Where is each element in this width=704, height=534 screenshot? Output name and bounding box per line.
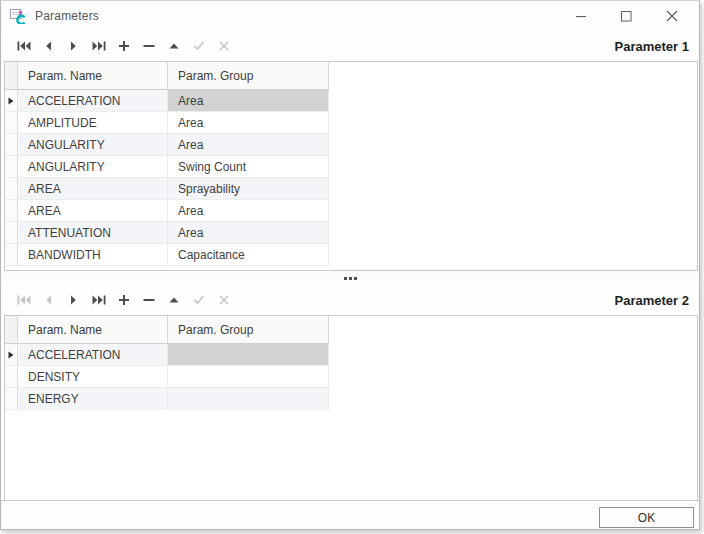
grid-cell[interactable]: ACCELERATION xyxy=(18,90,168,112)
table-row[interactable]: AREAArea xyxy=(5,200,697,222)
nav-last-button[interactable] xyxy=(86,288,111,312)
parameters-dialog: Parameters Parameter 1 Param. NameParam.… xyxy=(0,0,700,530)
grip-dots-icon xyxy=(344,277,357,280)
column-header[interactable]: Param. Name xyxy=(18,316,168,344)
navigator-buttons xyxy=(11,288,236,312)
nav-first-button xyxy=(11,288,36,312)
table-row[interactable]: ANGULARITYSwing Count xyxy=(5,156,697,178)
table-row[interactable]: DENSITY xyxy=(5,366,697,388)
current-row-indicator-icon xyxy=(8,351,14,359)
grid-cell[interactable]: Capacitance xyxy=(168,244,329,266)
footer-panel: OK xyxy=(1,500,699,529)
row-indicator-cell xyxy=(5,90,18,112)
column-header[interactable]: Param. Name xyxy=(18,62,168,90)
nav-edit-button[interactable] xyxy=(161,34,186,58)
navigator-toolbar-parameter1: Parameter 1 xyxy=(2,32,698,60)
grid-cell[interactable]: Sprayability xyxy=(168,178,329,200)
navigator-buttons xyxy=(11,34,236,58)
column-header[interactable]: Param. Group xyxy=(168,316,329,344)
grid-cell[interactable] xyxy=(168,388,329,410)
minimize-button[interactable] xyxy=(559,1,604,31)
grid-cell[interactable]: ATTENUATION xyxy=(18,222,168,244)
grid-cell[interactable]: Area xyxy=(168,134,329,156)
grid-cell[interactable]: DENSITY xyxy=(18,366,168,388)
row-indicator-cell xyxy=(5,178,18,200)
row-indicator-cell xyxy=(5,344,18,366)
grid-cell[interactable]: AMPLITUDE xyxy=(18,112,168,134)
section-label-parameter2: Parameter 2 xyxy=(615,293,689,308)
nav-cancel-button xyxy=(211,34,236,58)
nav-edit-button[interactable] xyxy=(161,288,186,312)
nav-post-button xyxy=(186,288,211,312)
grid-cell[interactable]: Swing Count xyxy=(168,156,329,178)
nav-first-button[interactable] xyxy=(11,34,36,58)
nav-next-button[interactable] xyxy=(61,34,86,58)
parameter1-grid: Param. NameParam. GroupACCELERATIONAreaA… xyxy=(4,61,698,271)
row-indicator-cell xyxy=(5,134,18,156)
table-row[interactable]: ENERGY xyxy=(5,388,697,410)
close-icon xyxy=(666,10,678,22)
section-label-parameter1: Parameter 1 xyxy=(615,39,689,54)
nav-next-button[interactable] xyxy=(61,288,86,312)
column-header[interactable]: Param. Group xyxy=(168,62,329,90)
nav-prior-button xyxy=(36,288,61,312)
grid-cell[interactable]: AREA xyxy=(18,200,168,222)
indicator-header-cell xyxy=(5,62,18,90)
app-icon xyxy=(10,8,26,24)
grid-cell[interactable]: ANGULARITY xyxy=(18,134,168,156)
row-indicator-cell xyxy=(5,156,18,178)
indicator-header-cell xyxy=(5,316,18,344)
row-indicator-cell xyxy=(5,244,18,266)
row-indicator-cell xyxy=(5,366,18,388)
titlebar[interactable]: Parameters xyxy=(1,1,699,31)
navigator-toolbar-parameter2: Parameter 2 xyxy=(2,286,698,314)
table-row[interactable]: ACCELERATIONArea xyxy=(5,90,697,112)
nav-insert-button[interactable] xyxy=(111,34,136,58)
grid-cell[interactable]: Area xyxy=(168,200,329,222)
splitter[interactable] xyxy=(2,271,698,286)
nav-delete-button[interactable] xyxy=(136,34,161,58)
current-row-indicator-icon xyxy=(8,97,14,105)
table-row[interactable]: ANGULARITYArea xyxy=(5,134,697,156)
grid-header-row: Param. NameParam. Group xyxy=(5,62,697,90)
grid-cell[interactable]: BANDWIDTH xyxy=(18,244,168,266)
grid-cell[interactable]: Area xyxy=(168,90,329,112)
row-indicator-cell xyxy=(5,200,18,222)
table-row[interactable]: AREASprayability xyxy=(5,178,697,200)
ok-button[interactable]: OK xyxy=(599,507,694,528)
grid-cell[interactable]: ACCELERATION xyxy=(18,344,168,366)
close-button[interactable] xyxy=(649,1,694,31)
nav-insert-button[interactable] xyxy=(111,288,136,312)
nav-prior-button[interactable] xyxy=(36,34,61,58)
table-row[interactable]: ACCELERATION xyxy=(5,344,697,366)
table-row[interactable]: AMPLITUDEArea xyxy=(5,112,697,134)
window-controls xyxy=(559,1,694,31)
maximize-button[interactable] xyxy=(604,1,649,31)
row-indicator-cell xyxy=(5,388,18,410)
row-indicator-cell xyxy=(5,222,18,244)
grid-cell[interactable] xyxy=(168,366,329,388)
nav-last-button[interactable] xyxy=(86,34,111,58)
nav-cancel-button xyxy=(211,288,236,312)
table-row[interactable]: BANDWIDTHCapacitance xyxy=(5,244,697,266)
window-title: Parameters xyxy=(35,9,99,23)
parameter2-grid: Param. NameParam. GroupACCELERATIONDENSI… xyxy=(4,315,698,501)
grid-cell[interactable]: Area xyxy=(168,222,329,244)
grid-cell[interactable]: Area xyxy=(168,112,329,134)
grid-header-row: Param. NameParam. Group xyxy=(5,316,697,344)
nav-delete-button[interactable] xyxy=(136,288,161,312)
minimize-icon xyxy=(576,11,587,22)
grid-cell[interactable] xyxy=(168,344,329,366)
table-row[interactable]: ATTENUATIONArea xyxy=(5,222,697,244)
grid-cell[interactable]: AREA xyxy=(18,178,168,200)
nav-post-button xyxy=(186,34,211,58)
maximize-icon xyxy=(621,11,632,22)
grid-cell[interactable]: ANGULARITY xyxy=(18,156,168,178)
grid-cell[interactable]: ENERGY xyxy=(18,388,168,410)
row-indicator-cell xyxy=(5,112,18,134)
